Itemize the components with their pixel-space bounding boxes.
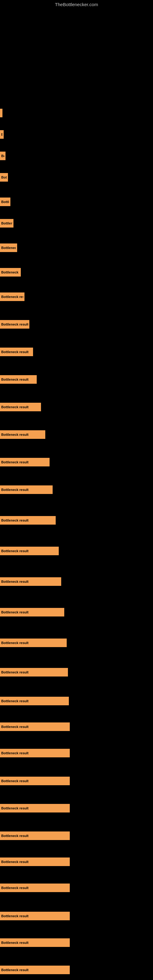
bottleneck-bar: Bottleneck result <box>0 458 49 466</box>
bar-label: Bottleneck result <box>1 779 29 783</box>
bottleneck-bar: Bottleneck result <box>0 638 67 647</box>
bar-row: Bottleneck result <box>0 401 41 413</box>
bar-label: Bottleneck result <box>1 886 29 890</box>
bar-row: Bottleneck result <box>0 429 45 441</box>
bar-label: Bottleneck result <box>1 914 29 918</box>
bar-label: Bottleneck result <box>1 725 29 729</box>
bar-row: Bottleneck result <box>0 484 53 495</box>
bar-row: Bottleneck result <box>0 346 33 358</box>
bar-row <box>0 107 2 119</box>
bar-row: Bottleneck re <box>0 218 13 229</box>
bar-row: Bottleneck result <box>0 856 70 868</box>
bottleneck-bar: Bottleneck result <box>0 966 70 974</box>
bar-row: Bottleneck result <box>0 456 49 468</box>
bar-row: Bottleneck result <box>0 576 61 587</box>
bar-row: Bottleneck result <box>0 910 70 922</box>
bottleneck-bar: Bottleneck result <box>0 912 70 920</box>
bar-row: Bottlen <box>0 172 8 183</box>
bar-row: Bottleneck result <box>0 291 24 302</box>
bar-label: Bottleneck result <box>1 807 29 810</box>
bar-label: Bottleneck result <box>1 405 29 409</box>
bottleneck-bar: Bottleneck result <box>0 577 61 586</box>
bar-label: Bottleneck result <box>1 751 29 755</box>
bottleneck-bar: Bottleneck result <box>0 883 70 892</box>
bottleneck-bar: Bottleneck result <box>0 268 21 277</box>
bottleneck-bar: Bottleneck result <box>0 722 70 731</box>
bottleneck-bar: Bottleneck result <box>0 832 70 840</box>
bar-label: Bottleneck result <box>1 519 29 522</box>
bottleneck-bar: Bottleneck result <box>0 697 69 705</box>
bottleneck-bar: Bottleneck result <box>0 485 53 494</box>
bar-label: Bottleneck re <box>1 246 16 250</box>
bottleneck-bar: Bottleneck re <box>0 219 13 228</box>
bar-row: B <box>0 129 4 140</box>
bar-label: Bottleneck result <box>1 610 29 614</box>
bar-label: B <box>1 133 2 136</box>
bar-row: Bottleneck result <box>0 606 64 618</box>
bottleneck-bar: Bottlen <box>0 173 8 181</box>
bottleneck-bar <box>0 109 2 117</box>
bar-row: Bottleneck result <box>0 882 70 894</box>
bottleneck-bar: Bottleneck result <box>0 348 33 356</box>
bar-label: Bottleneck result <box>1 941 29 945</box>
bottleneck-bar: Bottleneck result <box>0 430 45 439</box>
bar-label: Bottleneck result <box>1 968 29 972</box>
bar-label: Bottleneck result <box>1 641 29 645</box>
bottleneck-bar: Bottleneck result <box>0 547 59 555</box>
bar-row: Bottleneck result <box>0 266 21 278</box>
bottleneck-bar: Bottleneck result <box>0 375 37 384</box>
bar-label: Bottleneck result <box>1 549 29 553</box>
bar-row: Bottleneck result <box>0 775 70 787</box>
bottleneck-bar: Bottleneck result <box>0 668 68 676</box>
bottleneck-bar: Bottlen <box>0 197 10 206</box>
bar-row: Bottleneck result <box>0 374 37 385</box>
bottleneck-bar: Bottleneck result <box>0 403 41 411</box>
bar-row: Bottlen <box>0 196 10 208</box>
bottleneck-bar: B <box>0 130 4 139</box>
bar-label: Bottleneck result <box>1 323 28 326</box>
bar-label: Bottleneck result <box>1 834 29 838</box>
bottleneck-bar: Bottleneck result <box>0 804 70 813</box>
bar-label: Bottleneck result <box>1 580 29 584</box>
bottleneck-bar: Bottleneck result <box>0 749 70 757</box>
bar-label: Bottleneck re <box>1 221 12 225</box>
bar-row: Bottleneck result <box>0 830 70 842</box>
bottleneck-bar: Bottleneck re <box>0 243 17 252</box>
bar-row: Bottleneck result <box>0 937 70 948</box>
bar-row: Bottleneck result <box>0 667 68 678</box>
bottleneck-bar: Bo <box>0 151 5 160</box>
bar-label: Bottleneck result <box>1 670 29 674</box>
bar-label: Bottleneck result <box>1 699 29 703</box>
bar-label: Bottleneck result <box>1 488 29 492</box>
bottleneck-bar: Bottleneck result <box>0 608 64 616</box>
bar-label: Bottleneck result <box>1 433 29 436</box>
bar-label: Bottleneck result <box>1 460 29 464</box>
bar-row: Bottleneck result <box>0 545 59 557</box>
bar-row: Bottleneck result <box>0 802 70 814</box>
bar-label: Bottleneck result <box>1 378 29 381</box>
bar-row: Bottleneck result <box>0 747 70 759</box>
bar-row: Bottleneck result <box>0 721 70 733</box>
bar-label: Bottleneck result <box>1 350 29 354</box>
bar-row: Bottleneck result <box>0 964 70 976</box>
bar-row: Bottleneck result <box>0 695 69 707</box>
chart-area <box>0 6 153 101</box>
bar-row: Bottleneck result <box>0 514 56 526</box>
bottleneck-bar: Bottleneck result <box>0 516 56 525</box>
bar-label: Bottlen <box>1 200 9 204</box>
bottleneck-bar: Bottleneck result <box>0 939 70 947</box>
bottleneck-bar: Bottleneck result <box>0 320 29 329</box>
bar-label: Bo <box>1 154 4 158</box>
bar-row: Bottleneck re <box>0 242 17 254</box>
bar-row: Bottleneck result <box>0 637 67 649</box>
bar-row: Bottleneck result <box>0 318 29 330</box>
bottleneck-bar: Bottleneck result <box>0 776 70 785</box>
bar-row: Bo <box>0 150 5 162</box>
bottleneck-bar: Bottleneck result <box>0 293 24 301</box>
bar-label: Bottleneck result <box>1 270 19 274</box>
bar-label: Bottleneck result <box>1 295 23 299</box>
bar-label: Bottlen <box>1 175 7 179</box>
bar-label: Bottleneck result <box>1 860 29 864</box>
bottleneck-bar: Bottleneck result <box>0 858 70 866</box>
